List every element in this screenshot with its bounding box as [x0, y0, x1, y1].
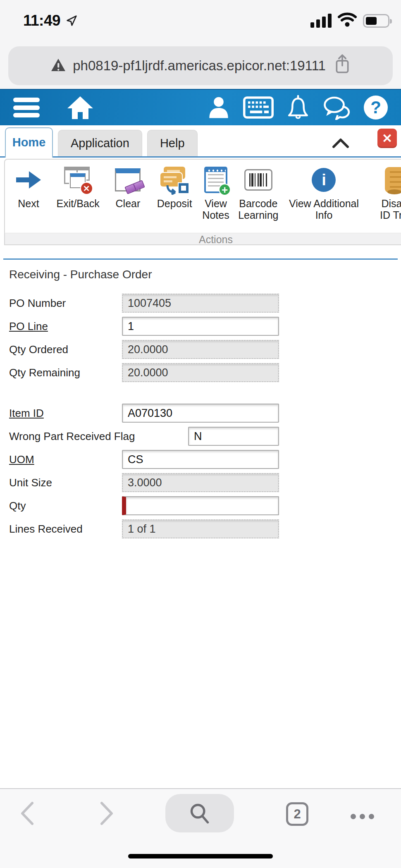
wrong-part-flag-label: Wrong Part Received Flag — [9, 430, 188, 443]
ribbon-button-label: Disabl ID Trar — [376, 198, 401, 221]
search-icon — [189, 803, 210, 824]
home-indicator[interactable] — [128, 854, 273, 858]
clear-button[interactable]: Clear — [105, 165, 151, 233]
iphone-safari-screen: 11:49 ph0819-pf1ljrdf.americas.epico — [0, 0, 401, 868]
help-icon[interactable]: ? — [364, 96, 388, 120]
url-text: ph0819-pf1ljrdf.americas.epicor.net:1911… — [73, 58, 326, 74]
po-number-label: PO Number — [9, 297, 122, 310]
menu-icon[interactable] — [13, 98, 40, 117]
insecure-warning-icon — [50, 58, 66, 74]
qty-remaining-field: 20.0000 — [122, 363, 279, 382]
info-circle-icon: i — [312, 165, 336, 195]
ribbon-panel: Next ✕ Exit/Back Clear — [4, 159, 401, 233]
close-frame-button[interactable]: ✕ — [377, 129, 397, 148]
exit-back-button[interactable]: ✕ Exit/Back — [51, 165, 105, 233]
qty-ordered-label: Qty Ordered — [9, 343, 122, 356]
barcode-learning-button[interactable]: Barcode Learning — [234, 165, 283, 233]
keyboard-icon[interactable] — [243, 96, 274, 119]
form-row: Qty Ordered 20.0000 — [9, 340, 279, 359]
actions-ribbon: Next ✕ Exit/Back Clear — [4, 159, 401, 245]
collapse-chevron-up-icon[interactable] — [332, 138, 349, 150]
unit-size-field: 3.0000 — [122, 473, 279, 492]
address-bar[interactable]: ph0819-pf1ljrdf.americas.epicor.net:1911… — [8, 46, 393, 85]
view-notes-button[interactable]: + View Notes — [198, 165, 234, 233]
tab-help[interactable]: Help — [147, 130, 198, 156]
wifi-icon — [337, 12, 357, 29]
share-icon[interactable] — [334, 53, 351, 77]
form-row: Qty Remaining 20.0000 — [9, 363, 279, 382]
ribbon-button-label: Clear — [116, 198, 141, 209]
search-button[interactable] — [165, 794, 234, 832]
location-arrow-icon — [65, 14, 78, 29]
next-arrow-icon — [15, 165, 42, 195]
form-row: Qty — [9, 496, 279, 515]
orange-scroll-icon — [385, 165, 401, 195]
form-row: Unit Size 3.0000 — [9, 473, 279, 492]
user-icon[interactable] — [207, 95, 231, 120]
qty-remaining-label: Qty Remaining — [9, 366, 122, 379]
item-id-input[interactable] — [122, 404, 279, 423]
page-title: Receiving - Purchase Order — [9, 268, 152, 281]
more-ellipsis-button[interactable] — [351, 814, 374, 819]
status-bar: 11:49 — [0, 7, 401, 34]
lines-received-label: Lines Received — [9, 523, 122, 536]
back-button[interactable] — [20, 801, 35, 827]
ribbon-button-label: Next — [18, 198, 39, 209]
disable-id-tracking-button[interactable]: Disabl ID Trar — [365, 165, 401, 233]
home-icon[interactable] — [67, 95, 93, 120]
tabs-button[interactable]: 2 — [286, 802, 308, 826]
form-row: PO Line — [9, 317, 279, 336]
form-row: Lines Received 1 of 1 — [9, 519, 279, 538]
notepad-plus-icon: + — [204, 165, 227, 195]
ribbon-button-label: Exit/Back — [57, 198, 100, 209]
chat-icon[interactable] — [322, 95, 351, 120]
view-additional-info-button[interactable]: i View Additional Info — [283, 165, 365, 233]
ribbon-button-label: Deposit — [157, 198, 192, 209]
receiving-form: PO Number 1007405 PO Line Qty Ordered 20… — [9, 294, 279, 543]
window-eraser-icon — [115, 165, 141, 195]
ribbon-button-label: View Notes — [198, 198, 234, 221]
ribbon-group-label: Actions — [4, 233, 401, 245]
form-row: Item ID — [9, 404, 279, 423]
battery-icon — [363, 14, 389, 28]
ribbon-button-label: Barcode Learning — [234, 198, 283, 221]
tab-application[interactable]: Application — [58, 130, 142, 156]
safari-bottom-toolbar: 2 — [0, 788, 401, 868]
qty-input[interactable] — [122, 496, 279, 515]
barcode-icon — [244, 165, 272, 195]
uom-label[interactable]: UOM — [9, 453, 122, 466]
clock-time: 11:49 — [23, 12, 60, 29]
form-row: Wrong Part Received Flag — [9, 427, 279, 446]
deposit-button[interactable]: Deposit — [151, 165, 198, 233]
form-row: UOM — [9, 450, 279, 469]
content-divider — [3, 258, 398, 260]
wrong-part-flag-input[interactable] — [188, 427, 279, 446]
item-id-label[interactable]: Item ID — [9, 407, 122, 420]
tab-home[interactable]: Home — [5, 127, 53, 158]
po-number-field: 1007405 — [122, 294, 279, 313]
po-line-label[interactable]: PO Line — [9, 320, 122, 333]
next-button[interactable]: Next — [6, 165, 51, 233]
po-line-input[interactable] — [122, 317, 279, 336]
qty-ordered-field: 20.0000 — [122, 340, 279, 359]
notifications-bell-icon[interactable] — [286, 95, 310, 120]
form-row: PO Number 1007405 — [9, 294, 279, 313]
forward-button[interactable] — [99, 801, 114, 827]
ios-top-chrome: 11:49 ph0819-pf1ljrdf.americas.epico — [0, 0, 401, 89]
uom-input[interactable] — [122, 450, 279, 469]
lines-received-field: 1 of 1 — [122, 519, 279, 538]
qty-label: Qty — [9, 500, 122, 512]
ribbon-button-label: View Additional Info — [283, 198, 365, 221]
window-close-icon: ✕ — [64, 165, 92, 195]
frame-tab-bar: Home Application Help ✕ — [0, 125, 401, 158]
cellular-signal-icon — [310, 14, 332, 28]
unit-size-label: Unit Size — [9, 476, 122, 489]
app-header: ? — [0, 89, 401, 125]
cards-transfer-icon — [160, 165, 189, 195]
